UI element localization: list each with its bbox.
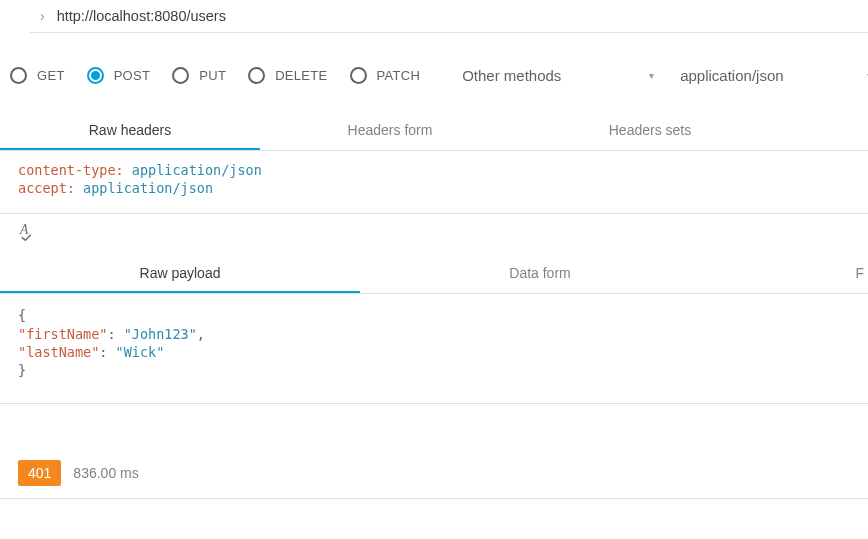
content-type-dropdown[interactable]: application/json ▾: [678, 61, 868, 90]
header-line: accept: application/json: [18, 179, 850, 197]
payload-tabs: Raw payload Data form F: [0, 253, 868, 294]
tab-files[interactable]: F: [720, 253, 868, 293]
dropdown-label: Other methods: [462, 67, 561, 84]
json-value: "Wick": [116, 344, 165, 360]
tab-raw-payload[interactable]: Raw payload: [0, 253, 360, 293]
json-value: "John123": [124, 326, 197, 342]
radio-icon: [248, 67, 265, 84]
header-key: content-type: [18, 162, 116, 178]
svg-text:A: A: [19, 222, 29, 237]
header-key: accept: [18, 180, 67, 196]
tab-headers-form[interactable]: Headers form: [260, 110, 520, 150]
tab-raw-headers[interactable]: Raw headers: [0, 110, 260, 150]
json-brace: {: [18, 307, 26, 323]
other-methods-dropdown[interactable]: Other methods ▾: [460, 61, 660, 90]
method-label: DELETE: [275, 68, 327, 83]
method-radio-post[interactable]: POST: [87, 67, 151, 84]
json-key: "lastName": [18, 344, 99, 360]
url-bar[interactable]: › http://localhost:8080/users: [30, 0, 868, 33]
json-key: "firstName": [18, 326, 107, 342]
method-row: GET POST PUT DELETE PATCH Other methods …: [0, 33, 868, 102]
method-label: GET: [37, 68, 65, 83]
chevron-right-icon: ›: [40, 8, 45, 24]
tab-headers-sets[interactable]: Headers sets: [520, 110, 780, 150]
radio-icon: [172, 67, 189, 84]
status-badge: 401: [18, 460, 61, 486]
radio-icon: [10, 67, 27, 84]
method-radio-put[interactable]: PUT: [172, 67, 226, 84]
radio-icon: [87, 67, 104, 84]
json-brace: }: [18, 362, 26, 378]
response-status-row: 401 836.00 ms: [0, 404, 868, 499]
response-timing: 836.00 ms: [73, 465, 138, 481]
editor-toolbar: A: [0, 213, 868, 249]
method-radio-get[interactable]: GET: [10, 67, 65, 84]
method-radio-patch[interactable]: PATCH: [350, 67, 421, 84]
method-radio-delete[interactable]: DELETE: [248, 67, 327, 84]
method-label: PATCH: [377, 68, 421, 83]
method-label: PUT: [199, 68, 226, 83]
headers-tabs: Raw headers Headers form Headers sets: [0, 110, 868, 151]
spellcheck-icon[interactable]: A: [18, 229, 40, 245]
header-line: content-type: application/json: [18, 161, 850, 179]
raw-headers-editor[interactable]: content-type: application/json accept: a…: [0, 151, 868, 213]
url-text: http://localhost:8080/users: [57, 8, 226, 24]
raw-payload-editor[interactable]: { "firstName": "John123", "lastName": "W…: [0, 294, 868, 404]
chevron-down-icon: ▾: [649, 70, 654, 81]
method-label: POST: [114, 68, 151, 83]
header-value: application/json: [132, 162, 262, 178]
header-value: application/json: [83, 180, 213, 196]
radio-icon: [350, 67, 367, 84]
tab-data-form[interactable]: Data form: [360, 253, 720, 293]
dropdown-label: application/json: [680, 67, 783, 84]
